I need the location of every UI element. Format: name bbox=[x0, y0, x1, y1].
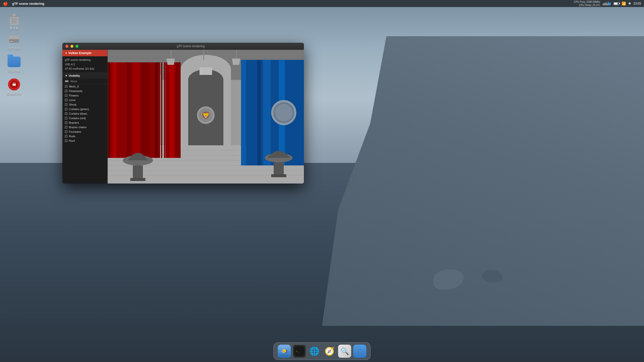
cpu-bar-8 bbox=[610, 3, 611, 5]
mesh-checkbox[interactable]: ✓ bbox=[65, 94, 67, 97]
visibility-none-button[interactable]: None bbox=[70, 80, 77, 83]
dock-item-finder[interactable]: 😊 bbox=[278, 345, 291, 358]
svg-rect-9 bbox=[10, 41, 13, 42]
cpu-freq: CPU Freq: 2200.55Mhz bbox=[574, 0, 600, 4]
cpu-bar-7 bbox=[609, 3, 610, 5]
dock-item-globe[interactable]: 🌐 bbox=[308, 345, 321, 358]
cpu-bar-2 bbox=[604, 3, 605, 5]
svg-rect-56 bbox=[263, 60, 271, 165]
mesh-checkbox[interactable]: ✓ bbox=[65, 121, 67, 124]
mesh-label: Flowers bbox=[69, 94, 79, 97]
desktop-icon-folder[interactable]: 主文件夹 bbox=[4, 55, 24, 73]
svg-text:😊: 😊 bbox=[282, 349, 287, 353]
dock-item-terminal[interactable]: >_ bbox=[293, 345, 306, 358]
menubar-app-title[interactable]: gTF scene rendering bbox=[12, 2, 44, 6]
mesh-checkbox[interactable]: ✓ bbox=[65, 103, 67, 106]
svg-text:🦁: 🦁 bbox=[202, 111, 210, 119]
svg-rect-69 bbox=[271, 174, 286, 177]
mesh-item[interactable]: ✓Curtains (blue) bbox=[62, 111, 107, 116]
window-title: gTF scene rendering bbox=[80, 44, 301, 48]
mesh-label: Flowerpots bbox=[69, 89, 83, 93]
mesh-checkbox[interactable]: ✓ bbox=[65, 85, 67, 88]
svg-rect-40 bbox=[119, 62, 124, 158]
mesh-checkbox[interactable]: ✓ bbox=[65, 99, 67, 101]
mesh-item[interactable]: ✓Fountains bbox=[62, 129, 107, 134]
mesh-item[interactable]: ✓Braziers bbox=[62, 120, 107, 125]
mesh-label: Curtains (green) bbox=[69, 108, 89, 111]
svg-rect-39 bbox=[113, 62, 116, 158]
window-maximize-button[interactable] bbox=[75, 45, 78, 48]
cpu-bar-6 bbox=[608, 2, 609, 5]
mesh-item[interactable]: ✓Rods bbox=[62, 134, 107, 139]
dock-item-folder[interactable] bbox=[353, 345, 366, 358]
mesh-checkbox[interactable]: ✓ bbox=[65, 140, 67, 142]
svg-rect-70 bbox=[203, 50, 204, 60]
cpu-bar-4 bbox=[606, 2, 607, 5]
folder-icon bbox=[8, 55, 21, 68]
mesh-checkbox[interactable]: ✓ bbox=[65, 108, 67, 110]
drive-icon bbox=[8, 33, 21, 46]
mesh-item[interactable]: ✓Curtains (red) bbox=[62, 116, 107, 120]
sidebar-arrow-icon: ▼ bbox=[65, 52, 67, 55]
dock: 😊 >_ 🌐 🧭 bbox=[273, 342, 371, 360]
globe-icon: 🌐 bbox=[308, 345, 321, 358]
mesh-label: Brazier chains bbox=[69, 126, 87, 129]
mesh-item[interactable]: ✓Mesh_0 bbox=[62, 84, 107, 89]
app-icon: ☠ bbox=[8, 78, 21, 91]
svg-rect-41 bbox=[127, 62, 131, 158]
mesh-item[interactable]: ✓Flowerpots bbox=[62, 89, 107, 93]
visibility-controls: All None bbox=[62, 78, 107, 84]
mesh-label: Curtains (red) bbox=[69, 117, 86, 120]
dock-item-search[interactable]: 🔍 bbox=[338, 345, 351, 358]
sidebar-header-label: Vulkan Example bbox=[68, 51, 92, 55]
visibility-all-button[interactable]: All bbox=[65, 80, 68, 83]
visibility-arrow-icon: ▼ bbox=[65, 74, 68, 77]
mesh-checkbox[interactable]: ✓ bbox=[65, 112, 67, 115]
app-label: 猫鬼破坏者 bbox=[7, 92, 22, 96]
desktop-icon-app[interactable]: ☠ 猫鬼破坏者 bbox=[4, 78, 24, 96]
window-close-button[interactable] bbox=[65, 45, 68, 48]
svg-rect-43 bbox=[140, 62, 150, 158]
svg-rect-55 bbox=[257, 60, 261, 165]
mesh-item[interactable]: ✓Curtains (green) bbox=[62, 107, 107, 111]
mesh-item[interactable]: ✓Brazier chains bbox=[62, 125, 107, 129]
mesh-checkbox[interactable]: ✓ bbox=[65, 130, 67, 133]
mesh-item[interactable]: ✓Flowers bbox=[62, 93, 107, 98]
svg-rect-47 bbox=[161, 62, 162, 158]
mesh-checkbox[interactable]: ✓ bbox=[65, 117, 67, 119]
sidebar: ▼ Vulkan Example gTF scene rendering V3D… bbox=[62, 50, 108, 184]
sidebar-vulkan-header: ▼ Vulkan Example bbox=[62, 50, 107, 56]
dock-item-safari[interactable]: 🧭 bbox=[323, 345, 336, 358]
dock-folder-icon bbox=[353, 345, 366, 358]
desktop: 🍎 gTF scene rendering CPU Freq: 2200.55M… bbox=[0, 0, 644, 362]
trash-icon bbox=[8, 13, 21, 26]
3d-viewport[interactable]: 🦁 bbox=[108, 50, 304, 184]
desktop-icon-drive[interactable]: 文件系统 bbox=[4, 33, 24, 51]
svg-marker-71 bbox=[198, 60, 213, 67]
mesh-label: Fountains bbox=[69, 130, 81, 133]
svg-rect-8 bbox=[9, 36, 19, 39]
sidebar-info: gTF scene rendering V3D 4.2 47.62 ms/fra… bbox=[62, 56, 107, 73]
mesh-checkbox[interactable]: ✓ bbox=[65, 90, 67, 92]
cpu-bar-3 bbox=[605, 3, 606, 5]
svg-rect-42 bbox=[133, 62, 140, 158]
sidebar-visibility-header: ▼ Visibility bbox=[62, 73, 107, 78]
mesh-item[interactable]: ✓Shrub bbox=[62, 102, 107, 107]
mesh-list: ✓Mesh_0✓Flowerpots✓Flowers✓Lions✓Shrub✓C… bbox=[62, 84, 107, 143]
folder-label: 主文件夹 bbox=[8, 69, 20, 73]
mesh-checkbox[interactable]: ✓ bbox=[65, 135, 67, 138]
svg-rect-38 bbox=[108, 62, 110, 158]
mesh-checkbox[interactable]: ✓ bbox=[65, 126, 67, 128]
cpu-bars bbox=[603, 2, 611, 5]
svg-rect-65 bbox=[130, 178, 145, 181]
mesh-item[interactable]: ✓Roof bbox=[62, 139, 107, 143]
svg-marker-76 bbox=[232, 59, 240, 65]
svg-text:>_: >_ bbox=[296, 350, 299, 353]
svg-rect-72 bbox=[199, 67, 212, 75]
desktop-icon-trash[interactable]: 废纸篓 bbox=[4, 13, 24, 31]
mesh-item[interactable]: ✓Lions bbox=[62, 98, 107, 102]
window-minimize-button[interactable] bbox=[70, 45, 73, 48]
app-window: gTF scene rendering ▼ Vulkan Example gTF… bbox=[62, 43, 304, 184]
svg-rect-2 bbox=[13, 14, 16, 16]
apple-menu-icon[interactable]: 🍎 bbox=[3, 1, 8, 6]
